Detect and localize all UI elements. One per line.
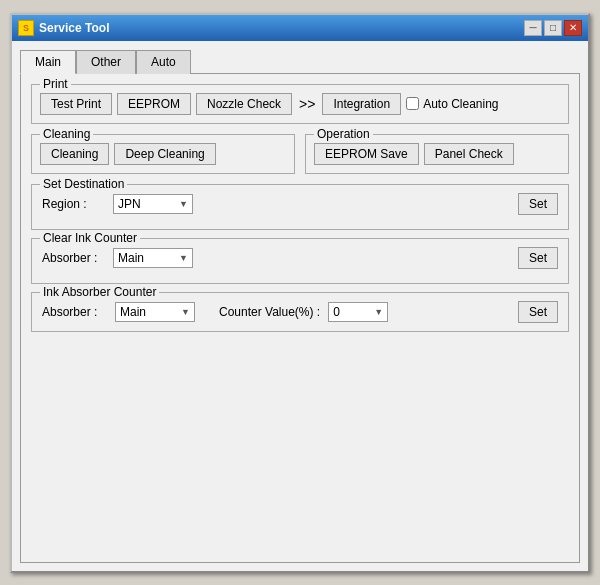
auto-cleaning-checkbox-row: Auto Cleaning xyxy=(406,97,498,111)
absorber-label-2: Absorber : xyxy=(42,305,107,319)
cleaning-button[interactable]: Cleaning xyxy=(40,143,109,165)
set-destination-button[interactable]: Set xyxy=(518,193,558,215)
absorber-select-1[interactable]: Main ▼ xyxy=(113,248,193,268)
counter-value-select[interactable]: 0 ▼ xyxy=(328,302,388,322)
tab-other[interactable]: Other xyxy=(76,50,136,74)
clear-ink-counter-section: Clear Ink Counter Absorber : Main ▼ Set xyxy=(31,238,569,284)
close-button[interactable]: ✕ xyxy=(564,20,582,36)
print-section-title: Print xyxy=(40,77,71,91)
operation-section: Operation EEPROM Save Panel Check xyxy=(305,134,569,174)
maximize-button[interactable]: □ xyxy=(544,20,562,36)
tab-content: Print Test Print EEPROM Nozzle Check >> … xyxy=(20,73,580,563)
title-bar-left: S Service Tool xyxy=(18,20,109,36)
ink-absorber-counter-row: Absorber : Main ▼ Counter Value(%) : 0 ▼… xyxy=(42,301,558,323)
set-destination-title: Set Destination xyxy=(40,177,127,191)
ink-absorber-set-button[interactable]: Set xyxy=(518,301,558,323)
window-icon: S xyxy=(18,20,34,36)
ink-absorber-counter-title: Ink Absorber Counter xyxy=(40,285,159,299)
absorber-arrow-icon-2: ▼ xyxy=(181,307,190,317)
tab-auto[interactable]: Auto xyxy=(136,50,191,74)
print-buttons-row: Test Print EEPROM Nozzle Check >> Integr… xyxy=(40,93,560,115)
counter-value-display: 0 xyxy=(333,305,340,319)
operation-section-title: Operation xyxy=(314,127,373,141)
absorber-label-1: Absorber : xyxy=(42,251,107,265)
main-window: S Service Tool ─ □ ✕ Main Other Auto Pri… xyxy=(10,13,590,573)
absorber-value-2: Main xyxy=(120,305,146,319)
cleaning-buttons-row: Cleaning Deep Cleaning xyxy=(40,143,286,165)
absorber-row-1: Absorber : Main ▼ Set xyxy=(42,247,558,269)
integration-button[interactable]: Integration xyxy=(322,93,401,115)
cleaning-section: Cleaning Cleaning Deep Cleaning xyxy=(31,134,295,174)
title-controls: ─ □ ✕ xyxy=(524,20,582,36)
absorber-arrow-icon-1: ▼ xyxy=(179,253,188,263)
absorber-select-2[interactable]: Main ▼ xyxy=(115,302,195,322)
tab-main[interactable]: Main xyxy=(20,50,76,74)
operation-buttons-row: EEPROM Save Panel Check xyxy=(314,143,560,165)
nozzle-check-button[interactable]: Nozzle Check xyxy=(196,93,292,115)
eeprom-button[interactable]: EEPROM xyxy=(117,93,191,115)
clear-ink-counter-set-button[interactable]: Set xyxy=(518,247,558,269)
arrow-button[interactable]: >> xyxy=(297,96,317,112)
window-body: Main Other Auto Print Test Print EEPROM … xyxy=(12,41,588,571)
operation-col: Operation EEPROM Save Panel Check xyxy=(305,134,569,184)
auto-cleaning-checkbox[interactable] xyxy=(406,97,419,110)
region-arrow-icon: ▼ xyxy=(179,199,188,209)
absorber-value-1: Main xyxy=(118,251,144,265)
region-value: JPN xyxy=(118,197,141,211)
region-label: Region : xyxy=(42,197,107,211)
region-select[interactable]: JPN ▼ xyxy=(113,194,193,214)
counter-value-label: Counter Value(%) : xyxy=(219,305,320,319)
print-section: Print Test Print EEPROM Nozzle Check >> … xyxy=(31,84,569,124)
region-row: Region : JPN ▼ Set xyxy=(42,193,558,215)
cleaning-section-title: Cleaning xyxy=(40,127,93,141)
clear-ink-counter-title: Clear Ink Counter xyxy=(40,231,140,245)
counter-arrow-icon: ▼ xyxy=(374,307,383,317)
panel-check-button[interactable]: Panel Check xyxy=(424,143,514,165)
deep-cleaning-button[interactable]: Deep Cleaning xyxy=(114,143,215,165)
set-destination-section: Set Destination Region : JPN ▼ Set xyxy=(31,184,569,230)
minimize-button[interactable]: ─ xyxy=(524,20,542,36)
auto-cleaning-label: Auto Cleaning xyxy=(423,97,498,111)
ink-absorber-counter-section: Ink Absorber Counter Absorber : Main ▼ C… xyxy=(31,292,569,332)
eeprom-save-button[interactable]: EEPROM Save xyxy=(314,143,419,165)
window-title: Service Tool xyxy=(39,21,109,35)
tab-bar: Main Other Auto xyxy=(20,49,580,73)
title-bar: S Service Tool ─ □ ✕ xyxy=(12,15,588,41)
test-print-button[interactable]: Test Print xyxy=(40,93,112,115)
